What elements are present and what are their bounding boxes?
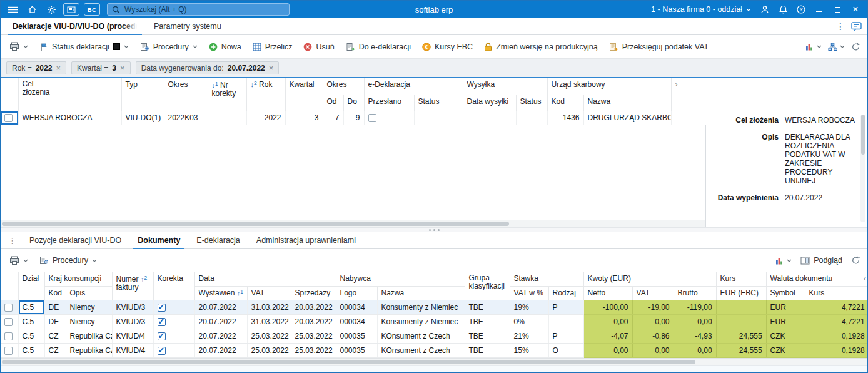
filter-chip-kwartal[interactable]: Kwartał =3 × — [71, 61, 131, 74]
horizontal-scrollbar[interactable] — [1, 220, 705, 227]
home-icon[interactable] — [24, 3, 39, 16]
col-kwartal[interactable]: Kwartał — [285, 78, 323, 111]
col-od[interactable]: Od — [323, 95, 343, 111]
col-nazwa[interactable]: Nazwa — [583, 95, 671, 111]
col-korekta[interactable]: Korekta — [153, 272, 194, 300]
scrollbar-thumb[interactable] — [2, 360, 695, 364]
col-przeslano[interactable]: Przesłano — [364, 95, 414, 111]
recalculate-button[interactable]: Przelicz — [248, 38, 298, 55]
close-icon[interactable]: × — [848, 3, 863, 16]
col-do[interactable]: Do — [343, 95, 364, 111]
help-icon[interactable]: ? — [794, 3, 809, 16]
procedures-button[interactable]: Procedury — [135, 38, 203, 55]
col-status-e[interactable]: Status — [414, 95, 463, 111]
col-vat[interactable]: VAT — [632, 286, 674, 300]
col-typ[interactable]: Typ — [121, 78, 164, 111]
minimize-icon[interactable] — [812, 3, 827, 16]
document-row[interactable]: C.5 CZ Republika Cz KVIUD/4 20.07.2022 2… — [1, 343, 868, 357]
tab-parametry[interactable]: Parametry systemu — [146, 18, 230, 34]
scrollbar-thumb[interactable] — [2, 222, 509, 226]
filter-chip-rok[interactable]: Rok =2022 × — [6, 61, 66, 74]
document-row[interactable]: C.5 DE Niemcy KVIUD/3 20.07.2022 31.03.2… — [1, 314, 868, 329]
e-declaration-button[interactable]: Do e-deklaracji — [341, 38, 416, 55]
col-nr-korekty[interactable]: ↓1 Nrkorekty — [208, 78, 246, 111]
col-netto[interactable]: Netto — [583, 286, 632, 300]
company-selector[interactable]: 1 - Nasza firma 0 - oddział — [648, 5, 754, 14]
col-opis[interactable]: Opis — [66, 286, 112, 300]
document-row[interactable]: C.5 DE Niemcy KVIUD/3 20.07.2022 31.03.2… — [1, 300, 868, 314]
col-data-wysylki[interactable]: Data wysyłki — [463, 95, 516, 111]
col-rodzaj[interactable]: Rodzaj — [548, 286, 583, 300]
more-menu-icon[interactable]: ⋮ — [836, 22, 845, 31]
col-nazwa[interactable]: Nazwa — [377, 286, 465, 300]
feedback-icon[interactable] — [851, 22, 862, 31]
status-declaration-button[interactable]: Status deklaracji — [34, 38, 134, 55]
col-sprzedazy[interactable]: Sprzedaży — [291, 286, 336, 300]
remove-filter-icon[interactable]: × — [269, 64, 274, 72]
chart-button[interactable] — [775, 257, 792, 265]
ebc-rates-button[interactable]: € Kursy EBC — [417, 38, 478, 55]
col-symbol[interactable]: Symbol — [766, 286, 805, 300]
preview-button[interactable]: Podgląd — [798, 252, 845, 269]
col-vat-data[interactable]: VAT — [247, 286, 291, 300]
col-grupa-klasyfikacji[interactable]: Grupaklasyfikacji — [465, 272, 510, 300]
columns-prev-icon[interactable]: ‹ — [864, 274, 866, 283]
tab-deklaracje[interactable]: Deklaracje VIU-D/VIU-DO (procedura — [4, 18, 146, 34]
korekta-checkbox[interactable] — [158, 304, 166, 312]
drag-handle-icon[interactable]: ⋮ — [3, 232, 21, 248]
maximize-icon[interactable] — [830, 3, 845, 16]
new-button[interactable]: Nowa — [204, 38, 246, 55]
chart-button[interactable] — [805, 43, 822, 51]
declaration-row[interactable]: WERSJA ROBOCZA VIU-DO(1) 2022K03 2022 3 … — [1, 111, 706, 125]
vertical-scrollbar[interactable] — [860, 115, 865, 222]
col-logo[interactable]: Logo — [336, 286, 377, 300]
col-rok[interactable]: ↓2 Rok — [246, 78, 285, 111]
row-checkbox[interactable] — [4, 304, 13, 312]
row-checkbox[interactable] — [4, 347, 13, 355]
refresh-button[interactable] — [851, 43, 860, 51]
remove-filter-icon[interactable]: × — [120, 64, 125, 72]
col-brutto[interactable]: Brutto — [674, 286, 716, 300]
col-okres[interactable]: Okres — [164, 78, 208, 111]
delete-button[interactable]: Usuń — [298, 38, 339, 55]
col-vat-pct[interactable]: VAT w % — [510, 286, 548, 300]
col-kod[interactable]: Kod — [547, 95, 583, 111]
print-button[interactable] — [4, 252, 33, 269]
user-icon[interactable] — [757, 3, 772, 16]
production-version-button[interactable]: Zmień wersję na produkcyjną — [479, 38, 603, 55]
col-cel-zlozenia[interactable]: Celzłożenia — [18, 78, 121, 111]
journal-icon[interactable] — [63, 3, 79, 16]
korekta-checkbox[interactable] — [158, 332, 166, 340]
col-dzial[interactable]: Dział — [18, 272, 44, 300]
scrollbar-thumb[interactable] — [861, 115, 865, 155]
korekta-checkbox[interactable] — [158, 347, 166, 355]
col-kod[interactable]: Kod — [44, 286, 66, 300]
filter-chip-data[interactable]: Data wygenerowania do:20.07.2022 × — [136, 61, 280, 74]
tab-dokumenty[interactable]: Dokumenty — [129, 232, 188, 248]
print-button[interactable] — [4, 38, 33, 55]
col-numer-faktury[interactable]: Numer ↑2faktury — [112, 272, 153, 300]
horizontal-scrollbar[interactable] — [1, 358, 867, 365]
panel-splitter[interactable] — [1, 227, 867, 232]
settings-icon[interactable] — [44, 3, 59, 16]
tab-pozycje[interactable]: Pozycje deklaracji VIU-DO — [21, 232, 129, 248]
vat-transfer-button[interactable]: Przeksięguj podatek VAT — [604, 38, 714, 55]
search-input[interactable]: Wyszukaj (Alt + Q) — [107, 3, 290, 16]
row-checkbox[interactable] — [4, 114, 13, 122]
tab-e-deklaracja[interactable]: E-deklaracja — [188, 232, 248, 248]
przeslano-checkbox[interactable] — [368, 114, 376, 122]
col-kurs[interactable]: Kurs — [805, 286, 868, 300]
columns-next-icon[interactable]: › — [675, 80, 678, 89]
procedures-button[interactable]: Procedury — [34, 252, 102, 269]
refresh-button[interactable] — [851, 256, 860, 265]
tab-administracja[interactable]: Administracja uprawnieniami — [248, 232, 364, 248]
col-wystawienia[interactable]: Wystawien ↑1 — [194, 286, 247, 300]
menu-icon[interactable] — [5, 3, 20, 16]
bell-icon[interactable] — [775, 3, 790, 16]
korekta-checkbox[interactable] — [158, 318, 166, 326]
row-checkbox[interactable] — [4, 332, 13, 340]
workflow-button[interactable] — [828, 43, 845, 51]
col-status-w[interactable]: Status — [516, 95, 547, 111]
remove-filter-icon[interactable]: × — [56, 64, 61, 72]
bc-icon[interactable]: BC — [84, 3, 100, 16]
